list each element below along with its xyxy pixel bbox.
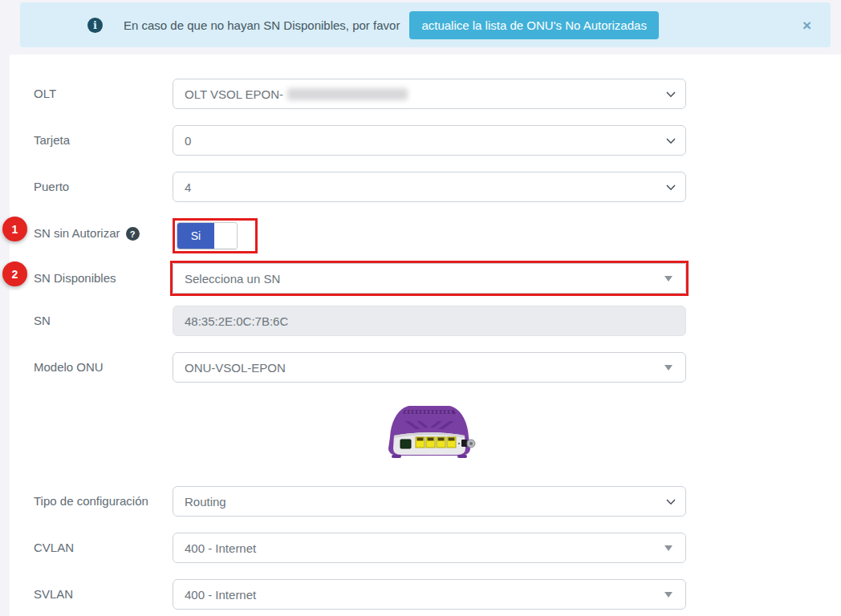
cvlan-label: CVLAN — [34, 533, 173, 563]
sn-label: SN — [34, 306, 173, 336]
puerto-select[interactable]: 4 — [173, 172, 686, 202]
sn-disponibles-placeholder: Selecciona un SN — [185, 272, 280, 286]
form-row-modelo-onu: Modelo ONU ONU-VSOL-EPON — [34, 352, 686, 383]
cvlan-select[interactable]: 400 - Internet — [173, 533, 686, 563]
caret-down-icon — [664, 592, 672, 598]
redacted-text — [287, 88, 408, 100]
puerto-label: Puerto — [34, 172, 173, 202]
sn-input — [173, 306, 686, 336]
modelo-onu-select[interactable]: ONU-VSOL-EPON — [173, 352, 686, 383]
onu-device-image — [380, 399, 478, 464]
form-row-sn-sin-autorizar: 1 SN sin Autorizar ? Si — [34, 218, 686, 253]
olt-value: OLT VSOL EPON- — [185, 87, 283, 101]
chevron-down-icon — [666, 91, 676, 98]
tarjeta-label: Tarjeta — [34, 125, 173, 156]
annotation-box-toggle: Si — [173, 218, 258, 253]
caret-down-icon — [664, 276, 672, 282]
form-row-device-image — [34, 399, 686, 464]
toggle-handle[interactable] — [214, 223, 237, 249]
page: i En caso de que no hayan SN Disponibles… — [0, 2, 841, 616]
cvlan-value: 400 - Internet — [185, 541, 256, 555]
olt-select[interactable]: OLT VSOL EPON- — [173, 79, 686, 109]
tipo-configuracion-select[interactable]: Routing — [173, 486, 686, 517]
sn-sin-autorizar-label: SN sin Autorizar — [34, 226, 120, 240]
info-banner: i En caso de que no hayan SN Disponibles… — [20, 2, 831, 47]
sn-disponibles-label: SN Disponibles — [34, 263, 173, 294]
form-row-cvlan: CVLAN 400 - Internet — [34, 533, 686, 563]
tipo-configuracion-label: Tipo de configuración — [34, 486, 173, 517]
form-row-svlan: SVLAN 400 - Internet — [34, 579, 686, 610]
close-icon[interactable]: × — [798, 14, 816, 36]
olt-label: OLT — [34, 79, 173, 109]
svlan-value: 400 - Internet — [185, 588, 256, 602]
annotation-box-sn-disponibles: Selecciona un SN — [170, 261, 689, 296]
caret-down-icon — [664, 365, 672, 371]
chevron-down-icon — [666, 184, 676, 191]
tarjeta-value: 0 — [185, 134, 191, 148]
form-row-tipo-configuracion: Tipo de configuración Routing — [34, 486, 686, 517]
form-row-puerto: Puerto 4 — [34, 172, 686, 202]
svlan-select[interactable]: 400 - Internet — [173, 579, 686, 610]
sn-sin-autorizar-toggle[interactable]: Si — [177, 222, 238, 249]
puerto-value: 4 — [185, 180, 191, 194]
form-row-sn: SN — [34, 306, 686, 336]
tipo-configuracion-value: Routing — [185, 495, 226, 509]
modelo-onu-value: ONU-VSOL-EPON — [185, 361, 286, 375]
form-row-olt: OLT OLT VSOL EPON- — [34, 79, 686, 109]
info-icon: i — [87, 18, 103, 33]
form-row-sn-disponibles: 2 SN Disponibles Selecciona un SN — [34, 263, 686, 294]
caret-down-icon — [664, 545, 672, 551]
toggle-on-label: Si — [177, 223, 214, 249]
step-badge-1: 1 — [2, 217, 27, 241]
form-row-tarjeta: Tarjeta 0 — [34, 125, 686, 156]
tarjeta-select[interactable]: 0 — [173, 125, 686, 156]
question-circle-icon[interactable]: ? — [126, 227, 140, 241]
update-onu-list-button[interactable]: actualice la lista de ONU's No Autorizad… — [409, 11, 659, 39]
banner-text: En caso de que no hayan SN Disponibles, … — [124, 18, 400, 32]
modelo-onu-label: Modelo ONU — [34, 352, 173, 383]
chevron-down-icon — [666, 138, 676, 144]
chevron-down-icon — [666, 499, 676, 505]
form-card: OLT OLT VSOL EPON- Tarjeta 0 Puerto — [10, 55, 841, 616]
svlan-label: SVLAN — [34, 579, 173, 610]
step-badge-2: 2 — [2, 261, 27, 286]
sn-disponibles-select[interactable]: Selecciona un SN — [173, 263, 686, 294]
